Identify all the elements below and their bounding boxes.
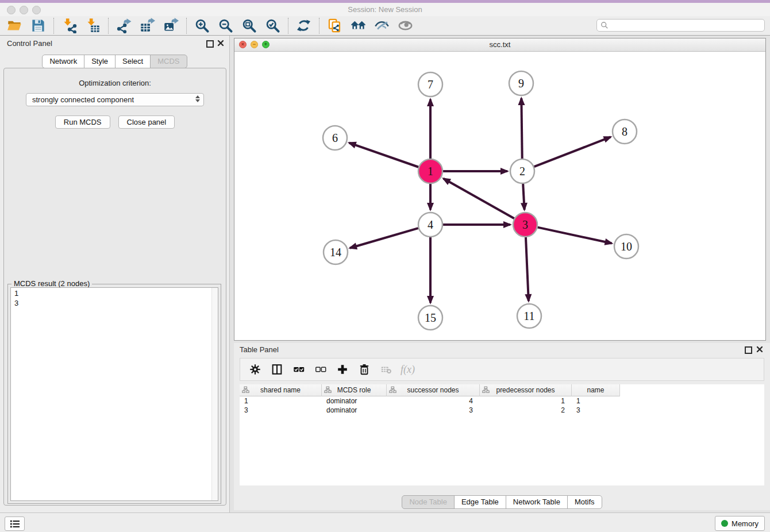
graph-node-3[interactable]: 3: [513, 213, 537, 237]
tab-motifs[interactable]: Motifs: [567, 495, 602, 509]
close-panel-icon[interactable]: [217, 40, 224, 47]
export-network-button[interactable]: [112, 17, 136, 34]
mcds-result-text: 1 3: [11, 288, 218, 309]
function-builder-button[interactable]: f(x): [399, 361, 417, 378]
tab-style[interactable]: Style: [84, 55, 116, 68]
memory-button[interactable]: Memory: [715, 516, 765, 531]
table-panel-tabs: Node TableEdge TableNetwork TableMotifs: [234, 495, 770, 509]
network-window-titlebar[interactable]: × − + scc.txt: [234, 38, 765, 52]
zoom-in-button[interactable]: [190, 17, 214, 34]
column-header-label: predecessor nodes: [496, 386, 555, 394]
app-title: Session: New Session: [0, 5, 770, 14]
refresh-layout-button[interactable]: [292, 17, 315, 34]
optimization-criterion-label: Optimization criterion:: [4, 79, 226, 87]
graph-edge-2-3[interactable]: [523, 184, 524, 210]
node-table: shared nameMCDS rolesuccessor nodesprede…: [240, 384, 764, 485]
task-history-button[interactable]: [5, 516, 25, 531]
graph-node-label: 1: [428, 165, 433, 178]
table-row[interactable]: 3dominator323: [240, 406, 764, 415]
graph-edge-2-8[interactable]: [534, 137, 611, 167]
graph-node-2[interactable]: 2: [510, 159, 534, 183]
deselect-all-rows-button[interactable]: [311, 361, 329, 378]
export-table-button[interactable]: [136, 17, 159, 34]
cell-mcds-role: dominator: [322, 396, 387, 406]
graph-node-7[interactable]: 7: [418, 72, 442, 97]
table-settings-button[interactable]: [246, 361, 264, 378]
cell-predecessor-nodes: 2: [480, 406, 572, 415]
result-scrollbar[interactable]: [211, 288, 218, 500]
graph-node-11[interactable]: 11: [517, 304, 541, 328]
cell-successor-nodes: 4: [387, 396, 480, 406]
toggle-columns-button[interactable]: [268, 361, 286, 378]
graph-node-6[interactable]: 6: [323, 126, 347, 150]
tab-mcds[interactable]: MCDS: [150, 55, 187, 68]
graph-node-label: 15: [425, 311, 436, 324]
show-graphics-details-button[interactable]: [394, 17, 417, 34]
graph-node-label: 2: [519, 165, 525, 178]
zoom-out-button[interactable]: [214, 17, 237, 34]
tab-node-table[interactable]: Node Table: [402, 495, 455, 509]
column-header-label: MCDS role: [337, 386, 371, 394]
attribute-tree-icon: [324, 386, 332, 394]
zoom-fit-button[interactable]: [237, 17, 261, 34]
column-header-name[interactable]: name: [572, 384, 620, 396]
column-header-shared-name[interactable]: shared name: [240, 384, 322, 396]
export-image-icon: [163, 18, 179, 33]
refresh-icon: [296, 18, 311, 33]
attribute-tree-icon: [389, 386, 396, 394]
graph-node-4[interactable]: 4: [418, 213, 442, 237]
tab-select[interactable]: Select: [115, 55, 151, 68]
zoom-selected-icon: [265, 18, 280, 33]
app-titlebar: Session: New Session: [0, 3, 770, 16]
table-row[interactable]: 1dominator411: [240, 396, 764, 406]
graph-edge-4-14[interactable]: [350, 228, 418, 248]
open-session-button[interactable]: [3, 17, 26, 34]
column-header-mcds-role[interactable]: MCDS role: [322, 384, 387, 396]
search-input[interactable]: [609, 21, 764, 30]
add-row-button[interactable]: [333, 361, 351, 378]
network-canvas[interactable]: 1234678910111415: [234, 51, 765, 340]
graph-node-15[interactable]: 15: [418, 306, 442, 330]
graph-edge-1-6[interactable]: [349, 143, 419, 167]
graph-edge-2-9[interactable]: [521, 98, 522, 159]
float-panel-icon[interactable]: [206, 40, 214, 48]
save-session-button[interactable]: [26, 17, 50, 34]
graph-node-9[interactable]: 9: [509, 71, 533, 95]
mcds-result-area[interactable]: 1 3: [10, 287, 218, 501]
column-header-predecessor-nodes[interactable]: predecessor nodes: [480, 384, 572, 396]
column-header-successor-nodes[interactable]: successor nodes: [387, 384, 480, 396]
export-image-button[interactable]: [159, 17, 183, 34]
network-overview-button[interactable]: [346, 17, 370, 34]
tab-edge-table[interactable]: Edge Table: [454, 495, 506, 509]
run-mcds-button[interactable]: Run MCDS: [55, 115, 110, 129]
graph-node-label: 3: [522, 218, 528, 231]
graph-edge-3-1[interactable]: [444, 179, 514, 218]
float-table-panel-icon[interactable]: [745, 346, 752, 354]
edges-layer: [349, 98, 612, 303]
column-header-label: successor nodes: [407, 386, 459, 394]
search-field[interactable]: [596, 19, 765, 32]
zoom-selected-button[interactable]: [261, 17, 284, 34]
tab-network[interactable]: Network: [42, 55, 84, 68]
graph-node-1[interactable]: 1: [418, 159, 442, 183]
graph-node-14[interactable]: 14: [324, 240, 348, 264]
control-panel-title: Control Panel: [7, 39, 52, 48]
criterion-dropdown[interactable]: strongly connected component: [26, 93, 204, 106]
clone-network-button[interactable]: [323, 17, 346, 34]
hide-graphics-details-button[interactable]: [370, 17, 394, 34]
delete-rows-button[interactable]: [355, 361, 373, 378]
delete-table-button[interactable]: [377, 361, 395, 378]
import-network-button[interactable]: [57, 17, 81, 34]
cell-mcds-role: dominator: [322, 406, 387, 415]
graph-node-10[interactable]: 10: [614, 234, 638, 259]
graph-edge-3-10[interactable]: [538, 228, 612, 244]
close-panel-button[interactable]: Close panel: [118, 115, 175, 129]
tab-network-table[interactable]: Network Table: [506, 495, 568, 509]
import-table-button[interactable]: [81, 17, 105, 34]
toolbar-separator: [186, 18, 187, 34]
select-all-rows-button[interactable]: [290, 361, 307, 378]
graph-node-8[interactable]: 8: [613, 119, 637, 144]
zoom-in-icon: [194, 18, 210, 33]
close-table-panel-icon[interactable]: [756, 346, 763, 353]
graph-edge-3-11[interactable]: [526, 237, 529, 301]
